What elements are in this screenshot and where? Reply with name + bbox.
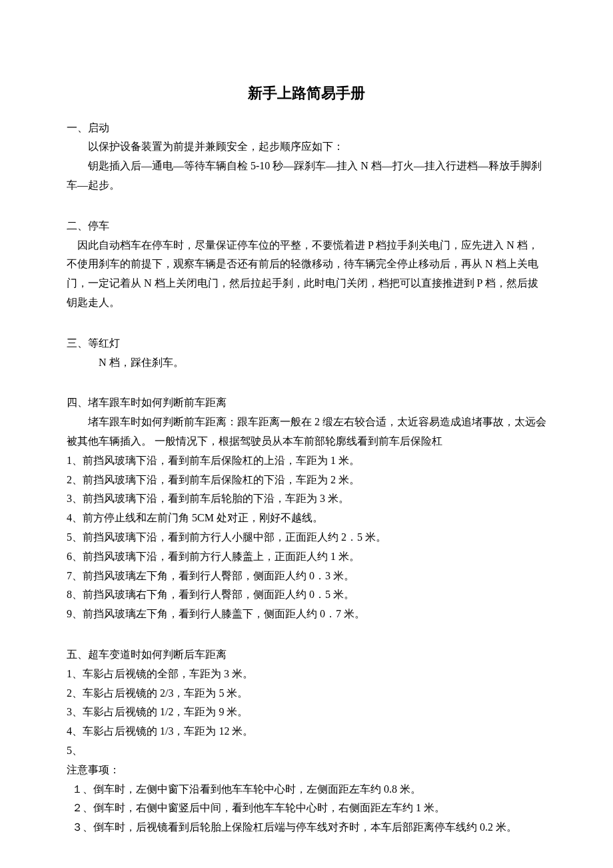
spacer xyxy=(67,372,546,391)
section-4-item-7: 7、前挡风玻璃左下角，看到行人臀部，侧面距人约 0．3 米。 xyxy=(67,567,546,586)
section-4-item-4: 4、前方停止线和左前门角 5CM 处对正，刚好不越线。 xyxy=(67,509,546,528)
section-4-item-8: 8、前挡风玻璃右下角，看到行人臀部，侧面距人约 0．5 米。 xyxy=(67,585,546,605)
section-4-heading: 四、堵车跟车时如何判断前车距离 xyxy=(67,393,546,413)
section-3-para-1: N 档，踩住刹车。 xyxy=(67,353,546,373)
section-5-note-3: ３、倒车时，后视镜看到后轮胎上保险杠后端与停车线对齐时，本车后部距离停车线约 0… xyxy=(67,818,546,837)
spacer xyxy=(67,313,546,331)
section-5-note-1: １、倒车时，左侧中窗下沿看到他车车轮中心时，左侧面距左车约 0.8 米。 xyxy=(67,780,546,799)
page-title: 新手上路简易手册 xyxy=(67,80,546,107)
section-1-para-1: 以保护设备装置为前提并兼顾安全，起步顺序应如下： xyxy=(67,137,546,157)
section-5-item-3: 3、车影占后视镜的 1/2，车距为 9 米。 xyxy=(67,703,546,722)
section-4-item-2: 2、前挡风玻璃下沿，看到前车后保险杠的下沿，车距为 2 米。 xyxy=(67,471,546,490)
section-4-item-5: 5、前挡风玻璃下沿，看到前方行人小腿中部，正面距人约 2．5 米。 xyxy=(67,528,546,547)
spacer xyxy=(67,856,546,868)
section-5-note-2: ２、倒车时，右侧中窗竖后中间，看到他车车轮中心时，右侧面距左车约 1 米。 xyxy=(67,799,546,818)
spacer xyxy=(67,837,546,856)
section-4-item-6: 6、前挡风玻璃下沿，看到前方行人膝盖上，正面距人约 1 米。 xyxy=(67,547,546,567)
section-5-heading: 五、超车变道时如何判断后车距离 xyxy=(67,645,546,665)
section-5-item-2: 2、车影占后视镜的 2/3，车距为 5 米。 xyxy=(67,684,546,703)
section-1-heading: 一、启动 xyxy=(67,119,546,138)
section-2-heading: 二、停车 xyxy=(67,217,546,236)
section-4-item-9: 9、前挡风玻璃左下角，看到行人膝盖下，侧面距人约 0．7 米。 xyxy=(67,605,546,624)
section-1-para-2: 钥匙插入后—通电—等待车辆自检 5-10 秒—踩刹车—挂入 N 档—打火—挂入行… xyxy=(67,157,546,195)
section-5-note-heading: 注意事项： xyxy=(67,761,546,780)
section-5-item-4: 4、车影占后视镜的 1/3，车距为 12 米。 xyxy=(67,722,546,741)
section-2-para-1: 因此自动档车在停车时，尽量保证停车位的平整，不要慌着进 P 档拉手刹关电门，应先… xyxy=(67,236,546,313)
spacer xyxy=(67,624,546,643)
section-4-item-1: 1、前挡风玻璃下沿，看到前车后保险杠的上沿，车距为 1 米。 xyxy=(67,451,546,471)
section-4-item-3: 3、前挡风玻璃下沿，看到前车后轮胎的下沿，车距为 3 米。 xyxy=(67,489,546,509)
section-5-item-5: 5、 xyxy=(67,741,546,761)
spacer xyxy=(67,195,546,214)
section-3-heading: 三、等红灯 xyxy=(67,334,546,353)
section-4-para-1: 堵车跟车时如何判断前车距离：跟车距离一般在 2 缎左右较合适，太近容易造成追堵事… xyxy=(67,413,546,451)
section-5-item-1: 1、车影占后视镜的全部，车距为 3 米。 xyxy=(67,665,546,684)
